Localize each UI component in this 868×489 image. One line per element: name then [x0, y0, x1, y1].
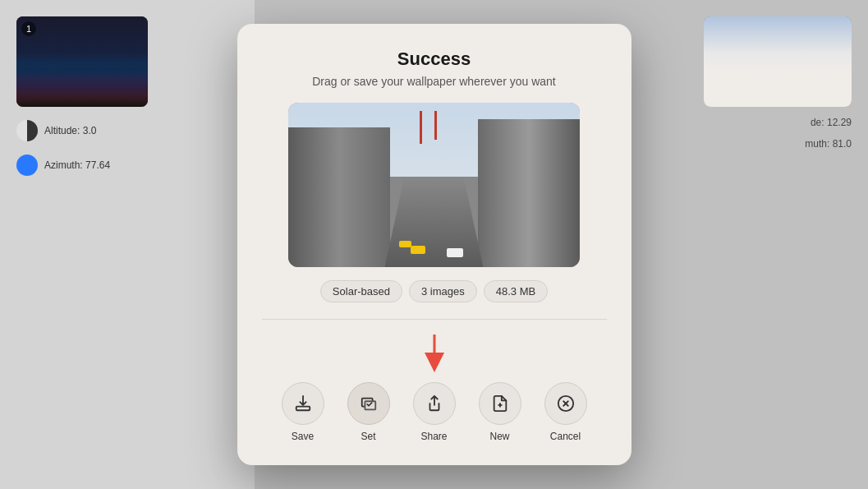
- car-white: [447, 248, 463, 257]
- taxi-1: [411, 246, 425, 254]
- cancel-label: Cancel: [550, 431, 581, 442]
- buildings-left: [288, 127, 390, 267]
- svg-rect-0: [296, 407, 310, 411]
- set-label: Set: [361, 431, 375, 442]
- cancel-icon: [557, 394, 575, 413]
- street-scene: [288, 103, 580, 267]
- save-button[interactable]: [282, 382, 324, 425]
- divider: [262, 319, 607, 320]
- cancel-button[interactable]: [544, 382, 587, 425]
- tag-images: 3 images: [409, 280, 477, 302]
- set-action[interactable]: Set: [347, 382, 390, 442]
- share-icon: [425, 394, 443, 413]
- svg-rect-2: [365, 401, 375, 409]
- new-action[interactable]: New: [479, 382, 521, 442]
- wallpaper-preview: [288, 103, 580, 267]
- tag-solar: Solar-based: [320, 280, 402, 302]
- street-center: [385, 177, 484, 267]
- cancel-action[interactable]: Cancel: [544, 382, 587, 442]
- new-icon: [491, 394, 509, 413]
- actions-row: Save Set: [282, 382, 587, 442]
- tag-size: 48.3 MB: [484, 280, 548, 302]
- taxi-2: [399, 241, 411, 247]
- buildings-right: [478, 119, 580, 267]
- flag-pole: [420, 111, 422, 144]
- new-label: New: [489, 431, 509, 442]
- modal-overlay: Success Drag or save your wallpaper wher…: [0, 0, 868, 489]
- tags-row: Solar-based 3 images 48.3 MB: [320, 280, 548, 302]
- save-action[interactable]: Save: [282, 382, 324, 442]
- set-icon: [360, 394, 378, 413]
- success-modal: Success Drag or save your wallpaper wher…: [237, 24, 631, 465]
- new-button[interactable]: [479, 382, 521, 425]
- set-button[interactable]: [347, 382, 390, 425]
- save-icon: [294, 394, 312, 413]
- red-arrow: [410, 331, 459, 372]
- modal-title: Success: [397, 48, 471, 70]
- modal-subtitle: Drag or save your wallpaper wherever you…: [312, 75, 555, 88]
- save-label: Save: [292, 431, 314, 442]
- share-action[interactable]: Share: [413, 382, 456, 442]
- share-label: Share: [420, 431, 447, 442]
- share-button[interactable]: [413, 382, 456, 425]
- flag-pole-2: [434, 111, 437, 140]
- arrow-container: [262, 331, 607, 372]
